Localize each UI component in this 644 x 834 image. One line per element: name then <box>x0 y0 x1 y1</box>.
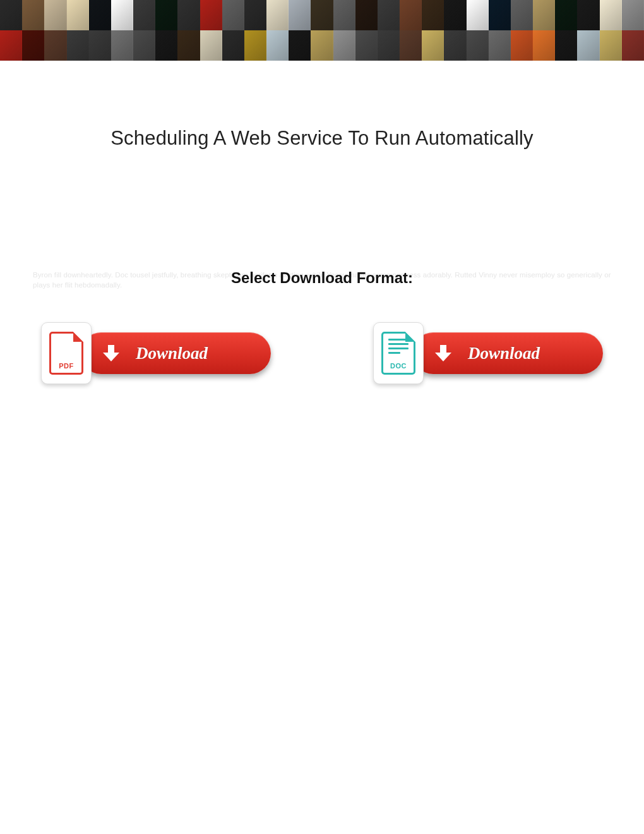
banner-tile <box>333 30 355 61</box>
banner-tile <box>155 0 177 30</box>
banner-tile <box>111 30 133 61</box>
download-row: PDF Download DOC <box>41 322 603 384</box>
banner-tile <box>44 0 66 30</box>
banner-tile <box>311 0 333 30</box>
banner-tile <box>378 30 400 61</box>
banner-tile <box>489 0 511 30</box>
banner-tile <box>111 0 133 30</box>
banner-tile <box>511 0 533 30</box>
banner-tile <box>422 0 444 30</box>
download-arrow-icon <box>429 339 458 368</box>
banner-tile <box>533 30 555 61</box>
banner-tile <box>289 30 311 61</box>
banner-tile <box>133 0 155 30</box>
banner-tile <box>577 30 599 61</box>
thumbnail-banner <box>0 0 644 61</box>
banner-tile <box>177 30 200 61</box>
banner-tile <box>289 0 311 30</box>
banner-tile <box>266 30 289 61</box>
banner-tile <box>67 0 89 30</box>
banner-tile <box>511 30 533 61</box>
pdf-file-label: PDF <box>59 362 74 370</box>
banner-tile <box>600 0 622 30</box>
banner-tile <box>244 0 266 30</box>
download-doc-label: Download <box>468 344 540 363</box>
banner-tile <box>177 0 200 30</box>
download-arrow-icon <box>97 339 126 368</box>
download-pdf-button[interactable]: Download <box>80 332 271 374</box>
banner-tile <box>378 0 400 30</box>
banner-row <box>0 30 644 61</box>
banner-tile <box>0 0 22 30</box>
select-format-heading: Select Download Format: <box>0 269 644 287</box>
banner-tile <box>0 30 22 61</box>
banner-tile <box>133 30 155 61</box>
banner-tile <box>489 30 511 61</box>
banner-tile <box>311 30 333 61</box>
banner-tile <box>89 0 111 30</box>
banner-tile <box>622 0 644 30</box>
download-group-doc: DOC Download <box>373 322 603 384</box>
pdf-file-icon[interactable]: PDF <box>41 322 92 384</box>
banner-tile <box>400 0 422 30</box>
banner-tile <box>444 30 466 61</box>
banner-tile <box>222 30 244 61</box>
banner-tile <box>577 0 599 30</box>
download-doc-button[interactable]: Download <box>412 332 603 374</box>
doc-file-icon[interactable]: DOC <box>373 322 424 384</box>
banner-tile <box>44 30 66 61</box>
banner-tile <box>467 0 489 30</box>
banner-tile <box>89 30 111 61</box>
banner-tile <box>22 30 44 61</box>
banner-row <box>0 0 644 30</box>
banner-tile <box>444 0 466 30</box>
banner-tile <box>600 30 622 61</box>
banner-tile <box>67 30 89 61</box>
banner-tile <box>355 30 378 61</box>
banner-tile <box>400 30 422 61</box>
download-group-pdf: PDF Download <box>41 322 271 384</box>
banner-tile <box>333 0 355 30</box>
banner-tile <box>155 30 177 61</box>
banner-tile <box>244 30 266 61</box>
banner-tile <box>200 0 222 30</box>
banner-tile <box>467 30 489 61</box>
page-title: Scheduling A Web Service To Run Automati… <box>0 127 644 150</box>
banner-tile <box>555 30 577 61</box>
banner-tile <box>555 0 577 30</box>
doc-file-label: DOC <box>390 362 407 370</box>
banner-tile <box>266 0 289 30</box>
banner-tile <box>355 0 378 30</box>
banner-tile <box>22 0 44 30</box>
banner-tile <box>422 30 444 61</box>
banner-tile <box>222 0 244 30</box>
banner-tile <box>533 0 555 30</box>
banner-tile <box>622 30 644 61</box>
banner-tile <box>200 30 222 61</box>
download-pdf-label: Download <box>136 344 208 363</box>
